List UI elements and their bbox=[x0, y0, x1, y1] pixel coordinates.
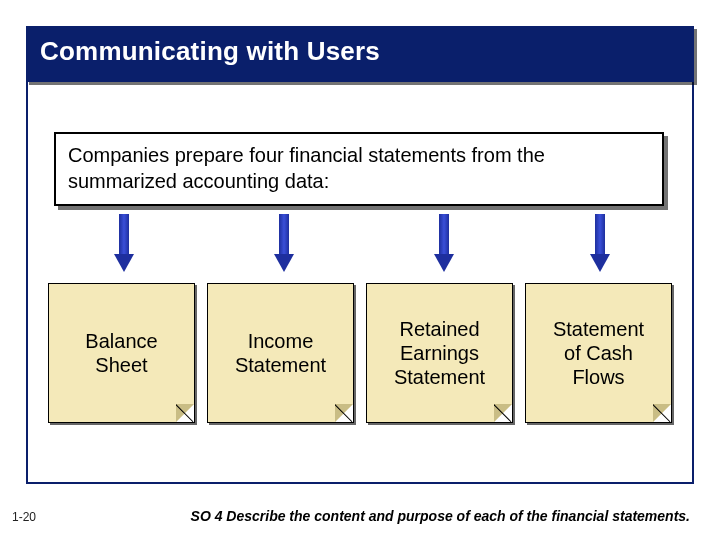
card-label: IncomeStatement bbox=[235, 329, 326, 377]
card-label: BalanceSheet bbox=[85, 329, 157, 377]
statement-cards-row: BalanceSheet IncomeStatement RetainedEar… bbox=[48, 283, 672, 423]
arrow-icon bbox=[274, 214, 294, 272]
intro-text-box: Companies prepare four financial stateme… bbox=[54, 132, 664, 206]
card-cash-flows: Statementof CashFlows bbox=[525, 283, 672, 423]
slide-title: Communicating with Users bbox=[40, 36, 380, 67]
card-label: RetainedEarningsStatement bbox=[394, 317, 485, 389]
arrow-icon bbox=[434, 214, 454, 272]
card-balance-sheet: BalanceSheet bbox=[48, 283, 195, 423]
card-retained-earnings: RetainedEarningsStatement bbox=[366, 283, 513, 423]
intro-text: Companies prepare four financial stateme… bbox=[68, 144, 545, 192]
arrow-icon bbox=[114, 214, 134, 272]
page-number: 1-20 bbox=[12, 510, 36, 524]
arrow-icon bbox=[590, 214, 610, 272]
card-income-statement: IncomeStatement bbox=[207, 283, 354, 423]
card-label: Statementof CashFlows bbox=[553, 317, 644, 389]
learning-objective-footer: SO 4 Describe the content and purpose of… bbox=[170, 508, 690, 524]
